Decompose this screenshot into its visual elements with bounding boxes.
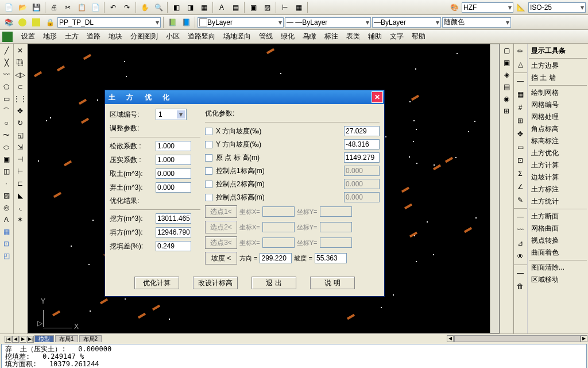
right-item[interactable]: 网格编号: [529, 99, 587, 111]
color-select[interactable]: ByLayer: [198, 17, 284, 28]
mod-copy-icon[interactable]: ⿻: [14, 57, 26, 68]
layer-select[interactable]: PP_TP_DL: [57, 17, 161, 28]
menu-4[interactable]: 地块: [105, 30, 126, 43]
tool-table-icon[interactable]: ▤: [229, 1, 242, 14]
tool-style-icon[interactable]: 🎨: [448, 1, 461, 14]
res-input[interactable]: [156, 213, 191, 224]
lineweight-select[interactable]: — ByLayer: [372, 17, 441, 28]
tab-nav[interactable]: ◀: [12, 336, 19, 343]
res-input[interactable]: [156, 241, 191, 251]
menu-15[interactable]: 文字: [386, 30, 408, 43]
opt-input[interactable]: [344, 139, 380, 150]
menu-16[interactable]: 帮助: [408, 30, 430, 43]
right-item[interactable]: 土方统计: [529, 195, 587, 208]
draw-rect-icon[interactable]: ▭: [0, 93, 13, 105]
textstyle-select[interactable]: HZF: [462, 2, 513, 13]
menu-0[interactable]: 设置: [17, 30, 39, 43]
draw-sel-icon[interactable]: ◰: [0, 250, 13, 262]
draw-grid-icon[interactable]: ▦: [0, 226, 13, 237]
draw-circle-icon[interactable]: ○: [0, 117, 13, 129]
mod-scale-icon[interactable]: ◱: [14, 129, 26, 141]
dialog-button[interactable]: 改设计标高: [193, 277, 238, 289]
tool-undo-icon[interactable]: ↶: [107, 1, 119, 14]
tool-misc2-icon[interactable]: ◨: [184, 1, 196, 14]
hscroll-right[interactable]: ▶: [581, 335, 587, 342]
mod-chamfer-icon[interactable]: ◣: [14, 190, 26, 201]
right-item[interactable]: 土方计算: [529, 159, 587, 171]
draw-xline-icon[interactable]: ╳: [0, 57, 13, 68]
menu-11[interactable]: 鸟瞰: [299, 30, 320, 43]
mod-fillet-icon[interactable]: ◟: [14, 202, 26, 213]
right-icon[interactable]: ⊡: [514, 154, 527, 167]
opt-input[interactable]: [344, 152, 380, 163]
right-item[interactable]: 图面清除...: [529, 262, 587, 274]
tool-dim-icon[interactable]: ⊢: [278, 1, 291, 14]
dialog-titlebar[interactable]: 土 方 优 化 ✕: [105, 90, 384, 104]
plotstyle-select[interactable]: 随颜色: [442, 17, 511, 28]
right-icon[interactable]: —: [514, 210, 527, 223]
tool-open-icon[interactable]: 📂: [16, 1, 29, 14]
right-icon[interactable]: ▭: [514, 141, 527, 154]
menu-8[interactable]: 场地竖向: [219, 30, 255, 43]
rt-2-icon[interactable]: ▣: [500, 57, 513, 68]
opt-checkbox[interactable]: [205, 194, 212, 201]
right-icon[interactable]: △: [514, 58, 527, 71]
mod-erase-icon[interactable]: ✕: [14, 45, 26, 56]
right-icon[interactable]: ∠: [514, 181, 527, 193]
layout-tab[interactable]: 布局2: [79, 335, 102, 342]
right-item[interactable]: 土方断面: [529, 210, 587, 223]
menu-9[interactable]: 管线: [255, 30, 277, 43]
tool-dimstyle-icon[interactable]: 📐: [514, 1, 527, 14]
opt-checkbox[interactable]: [205, 181, 212, 188]
close-icon[interactable]: ✕: [372, 91, 383, 103]
layer-freeze-icon[interactable]: [30, 16, 42, 29]
adj-input[interactable]: [156, 182, 191, 193]
tool-misc3-icon[interactable]: ▦: [198, 1, 210, 14]
canvas-vscroll[interactable]: [490, 44, 499, 333]
right-item[interactable]: 土方标注: [529, 183, 587, 195]
mod-array-icon[interactable]: ⋮⋮: [14, 93, 26, 105]
mod-move-icon[interactable]: ✥: [14, 105, 26, 117]
layer-prev-icon[interactable]: 📗: [166, 16, 179, 29]
rt-3-icon[interactable]: ◈: [500, 69, 513, 80]
tool-calc-icon[interactable]: ▦: [292, 1, 305, 14]
draw-insert-icon[interactable]: ▣: [0, 154, 13, 165]
tool-copy-icon[interactable]: 📋: [75, 1, 88, 14]
right-icon[interactable]: Σ: [514, 167, 527, 180]
menu-13[interactable]: 表类: [342, 30, 364, 43]
right-item[interactable]: 土方边界: [529, 60, 587, 72]
layer-iso-icon[interactable]: 📘: [180, 16, 192, 29]
right-icon[interactable]: ⊞: [514, 114, 527, 127]
menu-1[interactable]: 地形: [39, 30, 61, 43]
right-item[interactable]: 区域移动: [529, 274, 587, 286]
layout-tab[interactable]: 布局1: [55, 335, 78, 342]
hscroll-left[interactable]: ◀: [447, 335, 454, 342]
tab-nav[interactable]: ▶: [20, 336, 26, 343]
draw-ellipse-icon[interactable]: ⬭: [0, 141, 13, 153]
command-output[interactable]: 弃 土（压实土）: 0.000000 挖填差: 0.249147 % 填方面积:…: [1, 344, 587, 368]
dialog-button[interactable]: 说 明: [310, 277, 355, 289]
opt-input[interactable]: [344, 126, 380, 136]
dialog-button[interactable]: 优化计算: [134, 277, 179, 289]
slope-pick-button[interactable]: 坡度 <: [205, 252, 237, 264]
draw-pline-icon[interactable]: 〰: [0, 69, 13, 80]
linetype-select[interactable]: — — ByLayer: [285, 17, 371, 28]
layer-light-icon[interactable]: [16, 16, 29, 29]
right-item[interactable]: 曲面着色: [529, 247, 587, 259]
opt-checkbox[interactable]: [205, 128, 212, 135]
mod-offset-icon[interactable]: ⊂: [14, 81, 26, 93]
right-item[interactable]: 网格曲面: [529, 223, 587, 235]
adj-input[interactable]: [156, 168, 191, 179]
tool-zoom-icon[interactable]: 🔍: [152, 1, 165, 14]
tool-misc1-icon[interactable]: ◧: [170, 1, 183, 14]
right-item[interactable]: 边坡计算: [529, 171, 587, 183]
tool-block-icon[interactable]: ▣: [247, 1, 260, 14]
slope-input[interactable]: [315, 253, 347, 263]
right-item[interactable]: 土方优化: [529, 147, 587, 159]
tool-cut-icon[interactable]: ✂: [61, 1, 74, 14]
layer-lock-icon[interactable]: 🔒: [44, 16, 56, 29]
right-icon[interactable]: ✏: [514, 45, 527, 57]
menu-12[interactable]: 标注: [320, 30, 342, 43]
mod-explode-icon[interactable]: ✶: [14, 214, 26, 225]
tool-save-icon[interactable]: 💾: [30, 1, 42, 14]
